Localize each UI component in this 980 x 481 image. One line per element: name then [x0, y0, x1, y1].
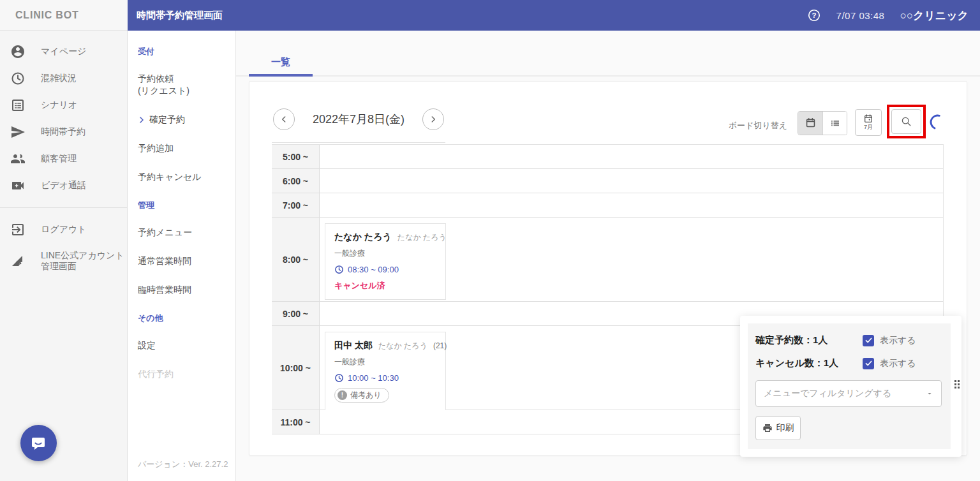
- sidebar-item-timeslot-booking[interactable]: 時間帯予約: [0, 119, 127, 145]
- clock-small-icon: [334, 373, 344, 383]
- time-row: 6:00 ~: [272, 169, 943, 193]
- calendar-icon: [805, 117, 817, 129]
- sidebar-divider: [0, 207, 127, 208]
- appointment-card-confirmed[interactable]: 田中 太郎 たなか たろう (21) 一般診療 10:00 ~ 10:30: [325, 332, 446, 411]
- calendar-view-button[interactable]: [798, 112, 822, 135]
- sidebar-item-label: シナリオ: [41, 100, 77, 111]
- search-button[interactable]: [891, 109, 921, 134]
- subnav-item-settings[interactable]: 設定: [138, 339, 229, 352]
- logout-icon: [10, 222, 26, 237]
- next-day-button[interactable]: [422, 108, 444, 130]
- annotation-highlight-box: [887, 105, 926, 138]
- subnav-item-menu[interactable]: 予約メニュー: [138, 226, 229, 239]
- time-slot[interactable]: たなか たろう たなか たろう 一般診療 08:30 ~ 09:00 キャンセル…: [320, 218, 943, 301]
- menu-filter-placeholder: メニューでフィルタリングする: [764, 388, 891, 399]
- summary-panel: 確定予約数：1人 表示する キャンセル数：1人 表示する メニューで: [740, 316, 961, 457]
- clinic-name[interactable]: ○○クリニック: [900, 8, 969, 23]
- patient-kana: たなか たろう: [397, 232, 447, 243]
- appointment-menu: 一般診療: [334, 357, 436, 367]
- subnav-item-request[interactable]: 予約依頼(リクエスト): [138, 73, 229, 97]
- time-label: 8:00 ~: [272, 218, 320, 301]
- month-picker-button[interactable]: 7月: [855, 109, 882, 136]
- time-slot[interactable]: [320, 145, 943, 168]
- sidebar-item-line-admin[interactable]: LINE公式アカウント管理画面: [0, 243, 127, 279]
- current-date-label: 2022年7月8日(金): [313, 112, 405, 127]
- tab-bar: 一覧: [236, 31, 980, 77]
- clock-icon: [10, 71, 26, 86]
- search-icon: [900, 115, 912, 128]
- account-circle-icon: [10, 44, 26, 59]
- list-view-icon: [829, 117, 841, 129]
- sidebar-item-customers[interactable]: 顧客管理: [0, 145, 127, 172]
- menu-filter-select[interactable]: メニューでフィルタリングする: [755, 380, 942, 407]
- time-label: 5:00 ~: [272, 145, 320, 168]
- time-slot[interactable]: [320, 169, 943, 193]
- app-logo: CLINIC BOT: [0, 0, 128, 31]
- header-datetime: 7/07 03:48: [836, 10, 885, 21]
- subnav: 受付 予約依頼(リクエスト) 確定予約 予約追加 予約キャンセル 管理 予約メニ…: [128, 31, 236, 481]
- loading-spinner: [929, 114, 946, 131]
- sidebar-item-label: 時間帯予約: [41, 126, 85, 138]
- tab-list[interactable]: 一覧: [249, 51, 313, 77]
- cancelled-count-label: キャンセル数：1人: [755, 357, 863, 369]
- patient-kana: たなか たろう: [378, 341, 427, 352]
- time-label: 6:00 ~: [272, 169, 320, 193]
- calendar-month-icon: [863, 114, 873, 124]
- time-label: 7:00 ~: [272, 193, 320, 217]
- sidebar-item-label: ビデオ通話: [41, 180, 86, 191]
- chevron-left-icon: [279, 115, 288, 124]
- time-label: 11:00 ~: [272, 410, 320, 434]
- subnav-item-confirmed[interactable]: 確定予約: [138, 114, 229, 126]
- chevron-right-icon: [138, 116, 145, 124]
- patient-name: 田中 太郎: [334, 340, 373, 352]
- sidebar-item-logout[interactable]: ログアウト: [0, 216, 127, 243]
- app-header: CLINIC BOT 時間帯予約管理画面 ? 7/07 03:48 ○○クリニッ…: [0, 0, 980, 31]
- print-button[interactable]: 印刷: [755, 416, 801, 440]
- sidebar-item-scenario[interactable]: シナリオ: [0, 92, 127, 119]
- drag-handle-icon[interactable]: [954, 380, 960, 389]
- patient-age: (21): [433, 341, 447, 350]
- app-logo-text: CLINIC BOT: [15, 10, 79, 21]
- check-icon: [865, 336, 873, 344]
- version-label: バージョン：Ver. 2.27.2: [138, 459, 228, 470]
- cancelled-show-checkbox[interactable]: [863, 358, 874, 369]
- list-alt-icon: [10, 98, 26, 113]
- sidebar-item-label: 顧客管理: [41, 153, 77, 165]
- clock-small-icon: [334, 265, 344, 274]
- main-content: 一覧 2022年7月8日(金) ボード切り替え: [236, 31, 980, 481]
- people-icon: [10, 151, 26, 166]
- time-row: 5:00 ~: [272, 145, 943, 169]
- header-bar: 時間帯予約管理画面 ? 7/07 03:48 ○○クリニック: [128, 0, 980, 31]
- check-icon: [865, 359, 873, 367]
- note-badge-label: 備考あり: [350, 390, 382, 401]
- confirmed-show-checkbox[interactable]: [863, 335, 874, 346]
- list-view-button[interactable]: [822, 112, 847, 135]
- print-button-label: 印刷: [776, 422, 794, 434]
- show-checkbox-label: 表示する: [880, 358, 916, 369]
- video-call-icon: [10, 178, 26, 193]
- time-label: 9:00 ~: [272, 302, 320, 325]
- sidebar-item-congestion[interactable]: 混雑状況: [0, 65, 127, 92]
- show-checkbox-label: 表示する: [880, 335, 916, 346]
- appointment-time: 10:00 ~ 10:30: [348, 373, 399, 383]
- time-label: 10:00 ~: [272, 326, 320, 410]
- appointment-card-cancelled[interactable]: たなか たろう たなか たろう 一般診療 08:30 ~ 09:00 キャンセル…: [325, 223, 446, 300]
- time-slot[interactable]: [320, 193, 943, 217]
- sidebar-item-video-call[interactable]: ビデオ通話: [0, 172, 127, 199]
- board-toggle-label: ボード切り替え: [729, 120, 787, 131]
- subnav-heading-reception: 受付: [138, 46, 229, 57]
- board-view-toggle: [798, 111, 847, 135]
- page-title: 時間帯予約管理画面: [137, 10, 223, 22]
- chat-launcher-button[interactable]: [20, 425, 57, 461]
- subnav-item-regular-hours[interactable]: 通常営業時間: [138, 255, 229, 267]
- prev-day-button[interactable]: [273, 108, 295, 130]
- subnav-item-special-hours[interactable]: 臨時営業時間: [138, 284, 229, 296]
- sidebar-item-mypage[interactable]: マイページ: [0, 38, 127, 65]
- toolbar: 2022年7月8日(金) ボード切り替え: [249, 82, 967, 144]
- subnav-item-cancel[interactable]: 予約キャンセル: [138, 171, 229, 183]
- chevron-right-icon: [429, 115, 438, 124]
- help-icon[interactable]: ?: [807, 8, 821, 22]
- subnav-item-add[interactable]: 予約追加: [138, 142, 229, 154]
- cancelled-status-label: キャンセル済: [334, 280, 436, 292]
- note-badge: ! 備考あり: [334, 388, 389, 403]
